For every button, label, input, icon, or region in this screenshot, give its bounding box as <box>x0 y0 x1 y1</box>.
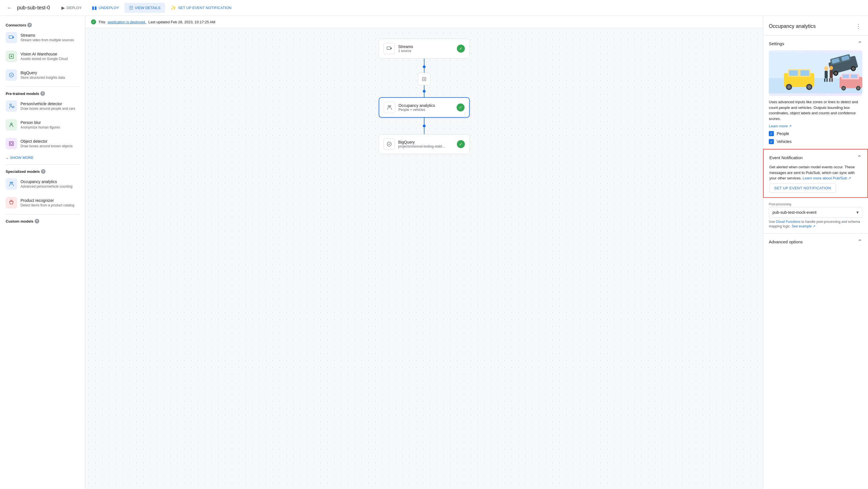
streams-node-icon <box>383 43 395 54</box>
object-detector-subtitle: Draw boxes around known objects <box>21 144 72 148</box>
person-vehicle-subtitle: Draw boxes around people and cars <box>21 106 75 111</box>
status-bar: ✓ This application is deployed. Last upd… <box>85 16 763 28</box>
streams-subtitle: Stream video from multiple sources <box>21 38 74 42</box>
deployed-link[interactable]: application is deployed. <box>108 20 146 24</box>
streams-node-subtitle: 1 source <box>398 49 454 53</box>
svg-rect-45 <box>824 79 825 82</box>
product-recognizer-subtitle: Detect items from a product catalog <box>21 203 74 207</box>
event-notif-header[interactable]: Event Notification ⌃ <box>769 154 862 161</box>
panel-header: Occupancy analytics ⋮ <box>763 16 868 35</box>
svg-point-24 <box>787 85 790 89</box>
right-panel: Occupancy analytics ⋮ Settings ⌃ <box>763 16 868 489</box>
post-proc-select[interactable]: pub-sub-test-mock-event <box>769 207 862 218</box>
advanced-options-title: Advanced options <box>769 239 803 244</box>
sidebar-item-object-detector[interactable]: Object detector Draw boxes around known … <box>2 134 83 153</box>
svg-rect-46 <box>827 79 828 82</box>
svg-point-6 <box>13 108 14 108</box>
vehicles-label: Vehicles <box>777 139 792 144</box>
post-proc-hint: Use Cloud Functions to handle post-proce… <box>769 219 862 229</box>
people-label: People <box>777 131 789 136</box>
back-button[interactable]: ← <box>5 2 15 13</box>
streams-pipeline-node[interactable]: Streams 1 source ✓ <box>379 39 470 59</box>
streams-node-title: Streams <box>398 44 454 49</box>
deploy-button[interactable]: ▶ DEPLOY <box>57 3 86 13</box>
setup-event-button[interactable]: ✨ SET UP EVENT NOTIFICATION <box>166 3 236 13</box>
sidebar-item-product-recognizer[interactable]: Product recognizer Detect items from a p… <box>2 193 83 212</box>
deploy-icon: ▶ <box>61 5 65 10</box>
svg-point-47 <box>829 66 833 70</box>
person-vehicle-icon <box>6 100 17 112</box>
occupancy-sidebar-subtitle: Advanced person/vehicle counting <box>21 184 72 188</box>
bigquery-title: BigQuery <box>21 70 65 75</box>
object-detector-icon <box>6 138 17 149</box>
sidebar-item-vision-ai[interactable]: Vision AI Warehouse Assets stored on Goo… <box>2 47 83 65</box>
pretrained-title: Pre-trained models ? <box>2 89 83 97</box>
specialized-help-icon[interactable]: ? <box>41 169 45 174</box>
setup-event-notification-button[interactable]: SET UP EVENT NOTIFICATION <box>769 183 836 193</box>
svg-point-40 <box>842 87 845 90</box>
show-more-button[interactable]: ⌄ SHOW MORE <box>2 153 83 162</box>
occupancy-pipeline-node[interactable]: Occupancy analytics People + vehicles ✓ <box>379 97 470 118</box>
bigquery-icon <box>6 69 17 81</box>
svg-point-11 <box>11 182 13 183</box>
people-checkbox[interactable]: ✓ <box>769 131 774 136</box>
vehicles-checkbox[interactable]: ✓ <box>769 139 774 144</box>
app-title: pub-sub-test-0 <box>17 5 50 11</box>
cloud-functions-link[interactable]: Cloud Functions <box>776 220 801 224</box>
svg-point-26 <box>807 85 811 89</box>
bigquery-node-check: ✓ <box>457 140 465 148</box>
person-blur-title: Person blur <box>21 120 60 125</box>
occupancy-node-title: Occupancy analytics <box>399 103 453 108</box>
panel-menu-button[interactable]: ⋮ <box>854 22 862 31</box>
view-details-button[interactable]: ☷ VIEW DETAILS <box>125 3 165 13</box>
svg-rect-38 <box>851 74 857 78</box>
vision-ai-title: Vision AI Warehouse <box>21 52 68 56</box>
settings-section-header[interactable]: Settings ⌃ <box>769 40 862 47</box>
product-recognizer-icon <box>6 197 17 208</box>
advanced-expand-icon: ⌃ <box>858 238 862 245</box>
custom-help-icon[interactable]: ? <box>35 219 39 223</box>
occupancy-node-subtitle: People + vehicles <box>399 108 453 112</box>
status-prefix: This <box>98 20 105 24</box>
see-example-link[interactable]: See example ↗ <box>792 224 815 228</box>
occupancy-sidebar-title: Occupancy analytics <box>21 179 72 184</box>
streams-title: Streams <box>21 33 74 37</box>
advanced-options-header[interactable]: Advanced options ⌃ <box>769 238 862 245</box>
svg-point-5 <box>12 108 13 108</box>
vision-ai-subtitle: Assets stored on Google Cloud <box>21 57 68 61</box>
occupancy-node-check: ✓ <box>457 103 465 112</box>
pipeline: Streams 1 source ✓ <box>367 27 481 165</box>
undeploy-button[interactable]: ▮▮ UNDEPLOY <box>87 3 124 13</box>
sidebar-item-person-vehicle[interactable]: Person/vehicle detector Draw boxes aroun… <box>2 97 83 115</box>
divider-1 <box>6 86 79 87</box>
post-processing-section: Post-processing pub-sub-test-mock-event … <box>763 198 868 234</box>
pretrained-help-icon[interactable]: ? <box>40 91 45 96</box>
connectors-help-icon[interactable]: ? <box>27 23 32 27</box>
bigquery-pipeline-node[interactable]: BigQuery projects/visionai-testing-stabl… <box>379 134 470 154</box>
svg-point-3 <box>10 104 12 106</box>
status-suffix: Last updated Feb 28, 2023, 10:17:25 AM <box>148 20 216 24</box>
sidebar-item-person-blur[interactable]: Person blur Anonymize human figures <box>2 116 83 134</box>
sidebar-item-bigquery[interactable]: BigQuery Store structured insights data <box>2 66 83 84</box>
bigquery-subtitle: Store structured insights data <box>21 75 65 80</box>
bigquery-node-title: BigQuery <box>398 140 454 145</box>
sidebar-item-occupancy[interactable]: Occupancy analytics Advanced person/vehi… <box>2 175 83 193</box>
event-notification-section: Event Notification ⌃ Get alerted when ce… <box>763 149 868 198</box>
object-detector-title: Object detector <box>21 139 72 144</box>
sidebar-item-streams[interactable]: Streams Stream video from multiple sourc… <box>2 28 83 47</box>
streams-node-check: ✓ <box>457 44 465 53</box>
svg-rect-22 <box>800 70 809 76</box>
specialized-title: Specialized models ? <box>2 167 83 175</box>
learn-more-link[interactable]: Learn more ↗ <box>769 124 792 128</box>
panel-title: Occupancy analytics <box>769 23 816 29</box>
setup-event-icon: ✨ <box>170 5 176 10</box>
vision-ai-icon <box>6 51 17 62</box>
topbar: ← pub-sub-test-0 ▶ DEPLOY ▮▮ UNDEPLOY ☷ … <box>0 0 868 16</box>
svg-rect-44 <box>825 71 828 79</box>
occupancy-node-icon <box>384 102 395 113</box>
learn-more-pubsub-link[interactable]: Learn more about Pub/Sub ↗ <box>803 176 851 180</box>
svg-point-10 <box>10 182 11 183</box>
svg-rect-50 <box>832 78 833 82</box>
middle-connector-node <box>418 73 430 85</box>
svg-rect-0 <box>9 36 13 38</box>
